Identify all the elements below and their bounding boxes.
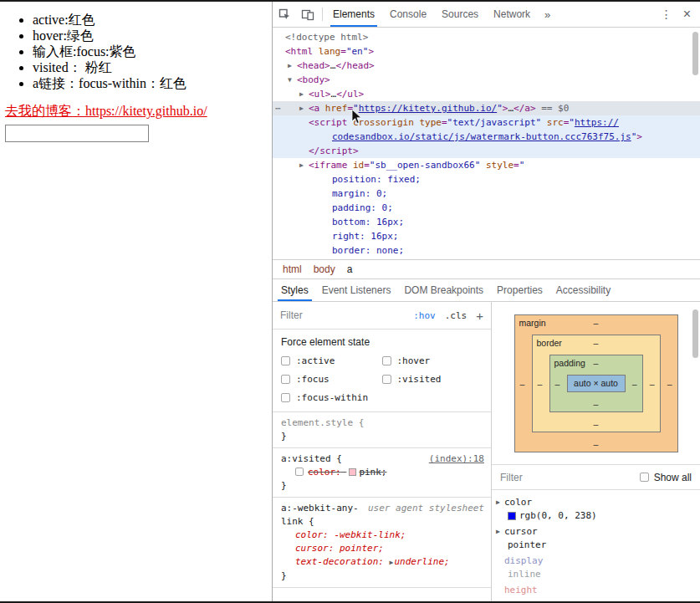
margin-right-value[interactable]: – bbox=[667, 379, 672, 389]
border-box[interactable]: border – – – – padding – – – – au bbox=[532, 335, 661, 432]
css-property-row[interactable]: color: pink; bbox=[281, 466, 484, 479]
collapse-icon[interactable]: ▼ bbox=[288, 73, 297, 87]
code-token: <iframe bbox=[309, 160, 347, 171]
checkbox-visited[interactable] bbox=[382, 375, 391, 384]
margin-left-value[interactable]: – bbox=[520, 379, 525, 389]
element-style-rule[interactable]: element.style { } bbox=[273, 412, 491, 448]
code-line[interactable]: ⋯▶<a href="https://kitety.github.io/">…<… bbox=[273, 101, 700, 115]
expand-icon[interactable]: ▶ bbox=[496, 496, 504, 509]
tab-accessibility[interactable]: Accessibility bbox=[549, 279, 617, 301]
tab-network[interactable]: Network bbox=[486, 2, 538, 27]
checkbox-active[interactable] bbox=[281, 356, 290, 365]
property-enable-checkbox[interactable] bbox=[295, 468, 304, 476]
crumb-body[interactable]: body bbox=[308, 263, 341, 275]
css-property-row[interactable]: color: -webkit-link; bbox=[281, 529, 484, 542]
padding-box[interactable]: padding – – – – auto × auto bbox=[549, 355, 643, 412]
blog-link[interactable]: 去我的博客：https://kitety.github.io/ bbox=[5, 103, 207, 119]
expand-icon[interactable]: ▶ bbox=[390, 559, 394, 566]
computed-scrollbar-thumb[interactable] bbox=[692, 309, 698, 358]
expand-icon[interactable]: ▶ bbox=[496, 525, 504, 539]
more-tabs-icon[interactable]: » bbox=[538, 2, 557, 27]
margin-top-value[interactable]: – bbox=[594, 318, 599, 328]
row-menu-icon[interactable]: ⋯ bbox=[275, 101, 280, 115]
expand-icon[interactable]: ▶ bbox=[288, 59, 297, 73]
tab-console[interactable]: Console bbox=[382, 2, 434, 27]
device-toolbar-icon[interactable] bbox=[296, 2, 319, 27]
code-line[interactable]: border: none; bbox=[273, 243, 700, 258]
tab-properties[interactable]: Properties bbox=[490, 279, 549, 301]
margin-bottom-value[interactable]: – bbox=[594, 439, 599, 449]
computed-property-name[interactable]: ▶cursor bbox=[496, 525, 700, 539]
state-visited[interactable]: :visited bbox=[382, 374, 483, 385]
code-line[interactable]: </script> bbox=[273, 144, 700, 158]
color-swatch-blue[interactable] bbox=[508, 512, 516, 520]
close-devtools-icon[interactable]: × bbox=[680, 7, 700, 22]
css-property-row[interactable]: text-decoration: ▶underline; bbox=[281, 555, 484, 570]
crumb-a[interactable]: a bbox=[341, 263, 359, 275]
page-text-input[interactable] bbox=[5, 125, 149, 142]
computed-property-name[interactable]: display bbox=[496, 554, 700, 568]
state-hover[interactable]: :hover bbox=[382, 355, 483, 366]
checkbox-focus[interactable] bbox=[281, 375, 290, 384]
expand-icon[interactable]: ▶ bbox=[299, 101, 309, 115]
tab-elements[interactable]: Elements bbox=[325, 2, 382, 27]
state-focus-within[interactable]: :focus-within bbox=[281, 392, 382, 403]
code-line[interactable]: ▶<ul>…</ul> bbox=[273, 87, 700, 101]
tab-sources[interactable]: Sources bbox=[434, 2, 486, 27]
code-line[interactable]: position: fixed; bbox=[273, 172, 700, 187]
computed-filter-input[interactable] bbox=[500, 472, 640, 483]
stylesheet-source-link[interactable]: (index):18 bbox=[429, 452, 484, 466]
rule-close-brace: } bbox=[281, 430, 484, 443]
styles-filter-input[interactable] bbox=[280, 309, 413, 321]
checkbox-focus-within[interactable] bbox=[281, 393, 290, 402]
border-top-value[interactable]: – bbox=[594, 338, 599, 348]
code-line[interactable]: <html lang="en"> bbox=[273, 44, 700, 59]
margin-label: margin bbox=[519, 318, 546, 328]
code-line[interactable]: margin: 0; bbox=[273, 187, 700, 201]
kebab-menu-icon[interactable]: ⋮ bbox=[653, 8, 680, 21]
tab-dom-breakpoints[interactable]: DOM Breakpoints bbox=[397, 279, 490, 301]
code-line[interactable]: bottom: 16px; bbox=[273, 215, 700, 229]
padding-top-value[interactable]: – bbox=[594, 358, 599, 368]
force-element-state-section: Force element state :active :hover :focu… bbox=[273, 330, 491, 412]
padding-bottom-value[interactable]: – bbox=[594, 399, 599, 409]
computed-property: ▶cursor pointer bbox=[496, 525, 700, 552]
tab-styles[interactable]: Styles bbox=[274, 279, 315, 301]
margin-box[interactable]: margin – – – – border – – – – padding bbox=[514, 314, 678, 452]
show-all-toggle[interactable]: Show all bbox=[640, 472, 692, 483]
code-line[interactable]: ▼<body> bbox=[273, 73, 700, 87]
code-line[interactable]: ▶<iframe id="sb__open-sandbox66" style=" bbox=[273, 158, 700, 172]
computed-property-name[interactable]: ▶color bbox=[496, 496, 700, 509]
state-active[interactable]: :active bbox=[281, 355, 382, 366]
border-bottom-value[interactable]: – bbox=[594, 419, 599, 429]
state-focus[interactable]: :focus bbox=[281, 374, 382, 385]
expand-icon[interactable]: ▶ bbox=[299, 158, 309, 172]
expand-icon[interactable]: ▶ bbox=[299, 87, 309, 101]
force-state-grid: :active :hover :focus :visited :focus-wi… bbox=[281, 355, 483, 403]
show-all-checkbox[interactable] bbox=[640, 473, 649, 482]
content-box[interactable]: auto × auto bbox=[567, 375, 626, 392]
border-right-value[interactable]: – bbox=[650, 379, 655, 389]
padding-right-value[interactable]: – bbox=[632, 379, 637, 389]
css-property-row[interactable]: cursor: pointer; bbox=[281, 542, 484, 555]
user-agent-rule[interactable]: a:-webkit-any-link { user agent styleshe… bbox=[273, 498, 491, 588]
code-line[interactable]: ▶<head>…</head> bbox=[273, 59, 700, 73]
code-line[interactable]: right: 16px; bbox=[273, 229, 700, 243]
padding-left-value[interactable]: – bbox=[555, 379, 560, 389]
state-label: :active bbox=[296, 355, 335, 366]
visited-rule[interactable]: a:visited { (index):18 color: pink; } bbox=[273, 448, 491, 498]
code-line[interactable]: <script crossorigin type="text/javascrip… bbox=[273, 115, 700, 130]
toggle-pseudo-state-button[interactable]: :hov bbox=[413, 310, 436, 321]
new-style-rule-icon[interactable]: + bbox=[476, 309, 483, 323]
code-line[interactable]: <!doctype html> bbox=[273, 30, 700, 44]
inspect-element-icon[interactable] bbox=[273, 2, 296, 27]
toggle-class-button[interactable]: .cls bbox=[445, 310, 468, 321]
color-swatch-pink[interactable] bbox=[349, 468, 356, 476]
computed-property-name[interactable]: height bbox=[496, 584, 700, 597]
border-left-value[interactable]: – bbox=[538, 379, 543, 389]
checkbox-hover[interactable] bbox=[382, 356, 391, 365]
code-line[interactable]: padding: 0; bbox=[273, 201, 700, 215]
tab-event-listeners[interactable]: Event Listeners bbox=[315, 279, 398, 301]
crumb-html[interactable]: html bbox=[277, 263, 308, 275]
code-line[interactable]: codesandbox.io/static/js/watermark-butto… bbox=[273, 130, 700, 144]
